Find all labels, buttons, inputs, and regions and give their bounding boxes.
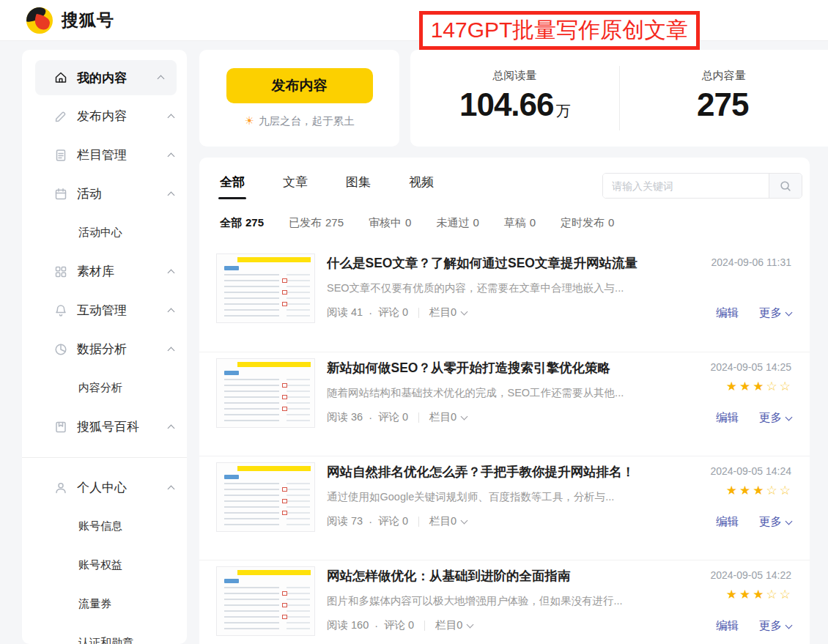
- tab-label: 全部: [220, 174, 245, 190]
- article-row: 什么是SEO文章？了解如何通过SEO文章提升网站流量 SEO文章不仅要有优质的内…: [199, 248, 810, 352]
- thumbnail-list-lines: [287, 483, 310, 527]
- article-title[interactable]: 什么是SEO文章？了解如何通过SEO文章提升网站流量: [327, 254, 637, 272]
- status-filters: 全部275 已发布275 审核中0 未通过0 草稿0 定时发布0: [199, 215, 810, 231]
- comments-count: 评论 0: [378, 514, 408, 528]
- top-nav: 搜狐号: [0, 0, 828, 41]
- star-filled-icon: ★: [753, 588, 766, 602]
- sidebar-subitem-activity-center[interactable]: 活动中心: [22, 213, 187, 252]
- chevron-up-icon: [168, 485, 175, 492]
- sidebar-subitem-label: 活动中心: [78, 226, 122, 240]
- column-label: 栏目0: [429, 514, 456, 528]
- thumbnail-mark: [282, 591, 287, 596]
- status-filter-rejected[interactable]: 未通过0: [436, 216, 478, 230]
- vertical-divider: [418, 308, 419, 318]
- logo-fox-red-shape: [33, 13, 51, 31]
- tab-gallery[interactable]: 图集: [346, 158, 371, 206]
- sidebar-item-column-management[interactable]: 栏目管理: [22, 136, 187, 174]
- article-thumbnail[interactable]: [216, 566, 315, 636]
- star-empty-icon: ☆: [766, 380, 780, 393]
- article-thumbnail[interactable]: [216, 358, 315, 428]
- sidebar-subitem-account-info[interactable]: 账号信息: [22, 507, 187, 546]
- sidebar-subitem-content-analysis[interactable]: 内容分析: [22, 369, 187, 407]
- column-dropdown[interactable]: 栏目0: [429, 306, 467, 319]
- chevron-down-icon: [461, 517, 468, 524]
- sidebar-item-label: 个人中心: [77, 479, 127, 496]
- vertical-divider: [424, 621, 425, 631]
- article-description: 随着网站结构和基础技术优化的完成，SEO工作还需要从其他...: [327, 386, 637, 400]
- sidebar-item-label: 发布内容: [77, 108, 127, 125]
- article-thumbnail[interactable]: [216, 462, 315, 532]
- article-metrics: 阅读 160 · 评论 0 栏目0: [327, 618, 473, 632]
- article-rating[interactable]: ★★★☆☆: [726, 587, 793, 602]
- calendar-icon: [53, 187, 68, 201]
- vertical-divider: [418, 412, 419, 423]
- sidebar: 我的内容 发布内容 栏目管理 活动 活动中心 素材库 互动管理 数据分析 内容分…: [22, 50, 187, 644]
- tab-label: 文章: [283, 174, 308, 190]
- promo-banner: 147GPT批量写作原创文章: [419, 11, 700, 50]
- stat-total-reads: 总阅读量 104.66万: [410, 50, 619, 147]
- article-title[interactable]: 新站如何做SEO？从零开始打造搜索引擎优化策略: [327, 359, 637, 377]
- article-rating[interactable]: ★★★☆☆: [726, 483, 793, 498]
- sun-icon: ☀: [245, 114, 254, 127]
- edit-button[interactable]: 编辑: [716, 514, 739, 530]
- sidebar-subitem-certification-medal[interactable]: 认证和勋章: [22, 623, 187, 644]
- article-rating[interactable]: ★★★☆☆: [726, 379, 793, 394]
- thumbnail-mark: [282, 302, 287, 306]
- filter-label: 草稿: [504, 216, 526, 229]
- status-filter-scheduled[interactable]: 定时发布0: [561, 216, 614, 230]
- more-button[interactable]: 更多: [759, 618, 791, 634]
- thumbnail-table-lines: [224, 379, 279, 423]
- filter-count: 0: [608, 216, 614, 229]
- sidebar-item-interaction-management[interactable]: 互动管理: [22, 291, 187, 330]
- more-button[interactable]: 更多: [759, 410, 791, 426]
- chevron-down-icon: [786, 413, 793, 421]
- thumbnail-list-lines: [287, 587, 310, 631]
- sidebar-item-data-analysis[interactable]: 数据分析: [22, 330, 187, 369]
- more-button[interactable]: 更多: [759, 514, 791, 530]
- tab-label: 图集: [346, 174, 371, 190]
- publish-content-button[interactable]: 发布内容: [226, 68, 373, 103]
- column-dropdown[interactable]: 栏目0: [429, 410, 467, 424]
- sidebar-item-label: 素材库: [77, 263, 114, 280]
- tab-all[interactable]: 全部: [220, 158, 245, 206]
- column-dropdown[interactable]: 栏目0: [429, 514, 467, 528]
- sidebar-subitem-traffic-coupon[interactable]: 流量券: [22, 585, 187, 623]
- edit-button[interactable]: 编辑: [716, 618, 739, 634]
- article-row: 网站自然排名优化怎么弄？手把手教你提升网站排名！ 通过使用如Google关键词规…: [199, 456, 810, 560]
- chevron-up-icon: [168, 424, 175, 432]
- chevron-down-icon: [786, 517, 793, 525]
- document-icon: [53, 148, 68, 163]
- chevron-up-icon: [168, 308, 175, 315]
- article-thumbnail[interactable]: [216, 253, 315, 323]
- more-button[interactable]: 更多: [759, 306, 791, 321]
- status-filter-draft[interactable]: 草稿0: [504, 216, 536, 230]
- status-filter-reviewing[interactable]: 审核中0: [369, 216, 411, 230]
- status-filter-all[interactable]: 全部275: [220, 216, 264, 230]
- tab-article[interactable]: 文章: [283, 158, 308, 206]
- article-metrics: 阅读 73 · 评论 0 栏目0: [327, 514, 467, 528]
- chevron-up-icon: [168, 114, 175, 121]
- column-dropdown[interactable]: 栏目0: [435, 618, 473, 632]
- edit-button[interactable]: 编辑: [716, 306, 739, 321]
- sidebar-item-my-content[interactable]: 我的内容: [35, 60, 177, 95]
- status-filter-published[interactable]: 已发布275: [289, 216, 344, 230]
- sidebar-item-sohu-baike[interactable]: 搜狐号百科: [22, 407, 187, 446]
- sidebar-item-material-library[interactable]: 素材库: [22, 252, 187, 291]
- more-label: 更多: [759, 514, 782, 530]
- search-input[interactable]: [603, 174, 769, 198]
- sidebar-item-activity[interactable]: 活动: [22, 174, 187, 213]
- search-button[interactable]: [769, 174, 802, 198]
- edit-button[interactable]: 编辑: [716, 410, 739, 426]
- tab-video[interactable]: 视频: [409, 158, 434, 206]
- sidebar-item-publish-content[interactable]: 发布内容: [22, 97, 187, 136]
- article-title[interactable]: 网站自然排名优化怎么弄？手把手教你提升网站排名！: [327, 463, 637, 481]
- sohu-logo-icon[interactable]: [26, 7, 53, 34]
- thumbnail-mark: [282, 499, 287, 503]
- sidebar-item-label: 搜狐号百科: [77, 418, 139, 435]
- more-label: 更多: [759, 618, 782, 634]
- thumbnail-highlight: [237, 570, 311, 575]
- article-title[interactable]: 网站怎样做优化：从基础到进阶的全面指南: [327, 567, 637, 585]
- dot-separator: ·: [369, 307, 372, 319]
- sidebar-item-personal-center[interactable]: 个人中心: [22, 468, 187, 507]
- sidebar-subitem-account-rights[interactable]: 账号权益: [22, 546, 187, 585]
